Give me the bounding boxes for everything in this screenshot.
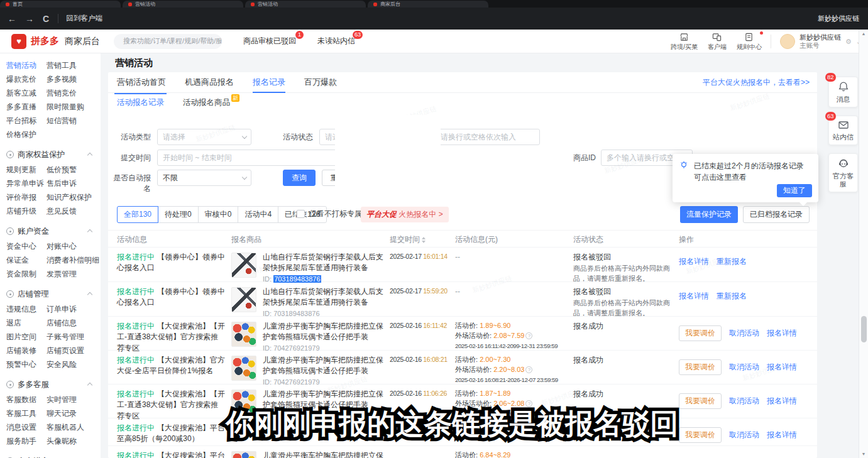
sidebar-item-营销工具[interactable]: 营销工具 [47,58,99,72]
browser-tab[interactable]: 首页 [0,1,121,8]
exclusive-activity-checkbox[interactable] [297,210,305,218]
sidebar-item-新客立减[interactable]: 新客立减 [6,86,47,100]
rail-item-消息[interactable]: 82消息 [828,77,858,107]
quicklink-跨境/买菜[interactable]: 跨境/买菜 [671,33,698,51]
archived-records-button[interactable]: 已归档报名记录 [743,206,810,223]
scroll-up-icon[interactable]: ▲ [859,31,868,36]
action-取消活动[interactable]: 取消活动 [729,363,759,371]
quicklink-规则中心[interactable]: 规则中心 [737,33,762,51]
action-报名详情[interactable]: 报名详情 [767,430,797,439]
sidebar-item-多多直播[interactable]: 多多直播 [6,100,47,114]
filter-pill-活动中4[interactable]: 活动中4 [238,206,278,223]
sidebar-item-异常单申诉[interactable]: 异常单申诉 [6,177,47,190]
gear-icon[interactable]: ⚙ [845,38,852,46]
subtab-活动报名商品[interactable]: 活动报名商品新 [183,93,230,112]
sidebar-item-价格保护[interactable]: 价格保护 [6,128,47,141]
audit-rejected-link[interactable]: 商品审核已驳回 1 [243,36,296,46]
sidebar-item-规则更新[interactable]: 规则更新 [6,163,47,177]
filter-pill-待处理0[interactable]: 待处理0 [158,206,199,223]
browser-tab[interactable]: 营销活动 [245,1,366,8]
forward-icon[interactable]: → [25,14,34,24]
sidebar-item-消费者补偿明细[interactable]: 消费者补偿明细 [47,253,99,267]
sort-icon[interactable] [422,237,426,243]
sidebar-item-营销竞价[interactable]: 营销竞价 [47,86,99,100]
sidebar-item-店铺信息[interactable]: 店铺信息 [47,316,99,330]
sidebar-item-爆款竞价[interactable]: 爆款竞价 [6,72,47,86]
question-circle-icon[interactable]: ? [525,366,532,373]
sidebar-item-店铺装修[interactable]: 店铺装修 [6,344,47,357]
quicklink-客户端[interactable]: 客户端 [708,33,727,51]
sidebar-item-预警中心[interactable]: 预警中心 [6,357,47,371]
scrollbar-thumb[interactable] [861,316,867,342]
sidebar-item-短信营销[interactable]: 短信营销 [47,114,99,128]
subtab-活动报名记录[interactable]: 活动报名记录 [117,93,164,112]
column-header-提交时间[interactable]: 提交时间 [390,231,454,248]
sidebar-section-多多客服[interactable]: 多多客服 [0,376,101,393]
tab-营销活动首页[interactable]: 营销活动首页 [117,72,166,93]
filter-pill-审核中0[interactable]: 审核中0 [198,206,239,223]
scroll-down-icon[interactable]: ▼ [859,452,868,456]
global-search-input[interactable]: 搜索功能/订单/课程/规则/帮助/服务 [114,34,222,49]
auto-signup-select[interactable]: 不限 [157,170,251,186]
action-我要调价[interactable]: 我要调价 [679,427,722,443]
sidebar-item-头像昵称[interactable]: 头像昵称 [47,434,99,448]
sidebar-item-客服数据[interactable]: 客服数据 [6,393,47,406]
sidebar-item-安全风险[interactable]: 安全风险 [47,357,99,371]
sidebar-item-实时管理[interactable]: 实时管理 [47,393,99,406]
sidebar-item-评价举报[interactable]: 评价举报 [6,190,47,204]
action-报名详情[interactable]: 报名详情 [767,329,797,337]
sidebar-item-客服机器人[interactable]: 客服机器人 [47,420,99,434]
tab-报名记录[interactable]: 报名记录 [253,72,285,93]
address-text[interactable]: 回到客户端 [58,14,102,23]
tooltip-ok-button[interactable]: 知道了 [777,184,812,197]
sidebar-section-商家权益保护[interactable]: 商家权益保护 [0,146,101,163]
question-circle-icon[interactable]: ? [525,332,532,339]
sidebar-item-多多视频[interactable]: 多多视频 [47,72,99,86]
rail-item-官方客服[interactable]: 官方客服 [828,153,858,193]
sidebar-item-客服工具[interactable]: 客服工具 [6,406,47,420]
sidebar-item-售后申诉[interactable]: 售后申诉 [47,177,99,190]
activity-type-select[interactable]: 请选择 [157,129,251,145]
tab-机遇商品报名[interactable]: 机遇商品报名 [185,72,234,93]
action-我要调价[interactable]: 我要调价 [679,359,722,375]
sidebar-item-营销活动[interactable]: 营销活动 [6,58,47,72]
sidebar-item-资金限制[interactable]: 资金限制 [6,267,47,281]
action-报名详情[interactable]: 报名详情 [767,363,797,371]
sidebar-item-消息设置[interactable]: 消息设置 [6,420,47,434]
tab-百万爆款[interactable]: 百万爆款 [304,72,337,93]
action-我要调价[interactable]: 我要调价 [679,393,722,409]
browser-tab[interactable]: 商家后台 [368,1,488,8]
sidebar-item-服务助手[interactable]: 服务助手 [6,434,47,448]
action-报名详情[interactable]: 报名详情 [679,257,709,266]
flow-protection-button[interactable]: 流量保护记录 [680,206,738,223]
refresh-icon[interactable]: C [43,14,49,24]
sidebar-item-意见反馈[interactable]: 意见反馈 [47,204,99,218]
sidebar-section-账户资金[interactable]: 账户资金 [0,223,101,239]
sidebar-item-退店[interactable]: 退店 [6,316,47,330]
sidebar-section-多多进宝[interactable]: 多多进宝 [0,453,101,458]
sidebar-item-对账中心[interactable]: 对账中心 [47,239,99,253]
rail-item-站内信[interactable]: 63站内信 [828,116,858,145]
sidebar-item-保证金[interactable]: 保证金 [6,253,47,267]
pinduoduo-logo-icon[interactable]: ♥ [11,34,26,49]
filter-pill-全部130[interactable]: 全部130 [117,206,158,223]
sidebar-item-发票管理[interactable]: 发票管理 [47,267,99,281]
browser-tab[interactable]: 营销活动 [123,1,243,8]
action-取消活动[interactable]: 取消活动 [729,396,759,405]
sidebar-item-低价预警[interactable]: 低价预警 [47,163,99,177]
sidebar-item-聊天记录[interactable]: 聊天记录 [47,406,99,420]
sidebar-item-知识产权保护[interactable]: 知识产权保护 [47,190,99,204]
query-button[interactable]: 查询 [283,170,316,186]
action-取消活动[interactable]: 取消活动 [729,329,759,337]
action-我要调价[interactable]: 我要调价 [679,325,722,341]
sidebar-section-店铺管理[interactable]: 店铺管理 [0,286,101,302]
action-取消活动[interactable]: 取消活动 [729,430,759,439]
action-报名详情[interactable]: 报名详情 [679,292,709,300]
sidebar-item-平台招标[interactable]: 平台招标 [6,114,47,128]
account-avatar[interactable] [780,34,795,49]
sidebar-item-限时限量购[interactable]: 限时限量购 [47,100,99,114]
action-重新报名[interactable]: 重新报名 [717,257,747,266]
sidebar-item-资金中心[interactable]: 资金中心 [6,239,47,253]
page-scrollbar[interactable]: ▲ ▼ [859,30,868,458]
sidebar-item-子账号管理[interactable]: 子账号管理 [47,330,99,344]
